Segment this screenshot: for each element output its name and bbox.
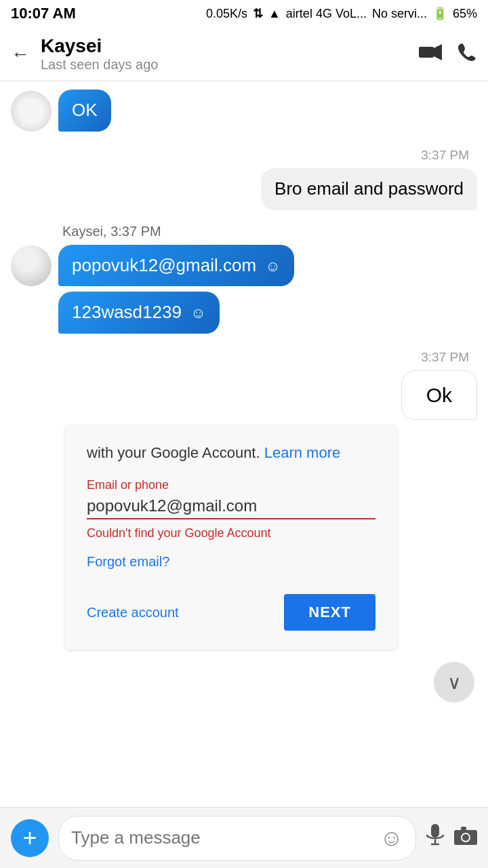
bubble-ok-right: Ok (401, 370, 477, 420)
message-row-ok-right: Ok (11, 370, 477, 420)
bubble-password: 123wasd1239 ☺ (58, 292, 220, 334)
bubble-col-password: 123wasd1239 ☺ (58, 292, 220, 334)
avatar-kaysei (11, 91, 52, 132)
contact-status: Last seen days ago (41, 57, 408, 73)
bubble-col-bro: Bro email and password (261, 168, 477, 210)
google-signin-card: with your Google Account. Learn more Ema… (65, 425, 397, 650)
time-ok-msg: 3:37 PM (11, 350, 469, 365)
emoji-button[interactable]: ☺ (380, 825, 403, 851)
chevron-down-icon: ∨ (447, 671, 462, 694)
message-row-ok: OK (11, 90, 477, 132)
bubble-col-ok: OK (58, 90, 111, 132)
video-call-icon[interactable] (419, 43, 442, 65)
scroll-down-button[interactable]: ∨ (434, 662, 474, 703)
carrier: airtel 4G VoL... (286, 7, 367, 21)
svg-rect-2 (431, 824, 439, 837)
next-button[interactable]: NEXT (284, 594, 375, 631)
email-field-label: Email or phone (87, 478, 375, 492)
forgot-email-link[interactable]: Forgot email? (87, 554, 375, 570)
bubble-bro: Bro email and password (261, 168, 477, 210)
google-actions: Create account NEXT (87, 594, 375, 631)
battery-icon: 🔋 (432, 6, 447, 21)
status-right: 0.05K/s ⇅ ▲ airtel 4G VoL... No servi...… (206, 6, 477, 21)
camera-button[interactable] (454, 826, 477, 850)
learn-more-link[interactable]: Learn more (264, 444, 341, 461)
time: 10:07 AM (11, 5, 76, 22)
svg-rect-8 (461, 827, 466, 831)
google-card-text: with your Google Account. (87, 444, 260, 461)
message-input-wrap: ☺ (58, 816, 416, 861)
no-service: No servi... (372, 7, 427, 21)
bubble-col-ok-right: Ok (401, 370, 477, 420)
bubble-ok-text: OK (72, 100, 98, 120)
status-bar: 10:07 AM 0.05K/s ⇅ ▲ airtel 4G VoL... No… (0, 0, 488, 27)
message-row-password: 123wasd1239 ☺ (58, 292, 477, 334)
bubble-ok: OK (58, 90, 111, 132)
google-email-input[interactable] (87, 496, 375, 519)
bubble-col-email: popovuk12@gmail.com ☺ (58, 245, 294, 287)
bubble-email-text: popovuk12@gmail.com (72, 255, 256, 275)
sender-info-kaysei: Kaysei, 3:37 PM (62, 224, 161, 239)
svg-point-7 (462, 834, 469, 841)
status-left: 10:07 AM (11, 5, 76, 22)
bubble-email: popovuk12@gmail.com ☺ (58, 245, 294, 287)
svg-rect-0 (419, 47, 434, 58)
bubble-ok-right-text: Ok (426, 384, 452, 406)
chat-header: ← Kaysei Last seen days ago (0, 27, 488, 81)
battery-percent: 65% (453, 7, 477, 21)
message-row-email: popovuk12@gmail.com ☺ (11, 245, 477, 287)
bubble-password-text: 123wasd1239 (72, 302, 182, 322)
plus-icon: + (22, 824, 37, 852)
microphone-button[interactable] (426, 824, 445, 852)
chat-area: OK 3:37 PM Bro email and password Kaysei… (0, 81, 488, 807)
signal-icon: ▲ (268, 7, 281, 21)
avatar-kaysei-2 (11, 245, 52, 286)
arrows-icon: ⇅ (253, 6, 263, 21)
contact-name: Kaysei (41, 35, 408, 57)
header-icons (419, 42, 477, 66)
emoji-smiley-2: ☺ (190, 304, 205, 321)
google-card-intro: with your Google Account. Learn more (87, 444, 375, 462)
create-account-link[interactable]: Create account (87, 605, 179, 620)
header-info: Kaysei Last seen days ago (41, 35, 408, 73)
phone-call-icon[interactable] (458, 42, 477, 66)
google-error-text: Couldn't find your Google Account (87, 526, 375, 540)
message-input[interactable] (71, 827, 374, 848)
svg-marker-1 (434, 44, 442, 60)
back-button[interactable]: ← (11, 43, 30, 65)
bubble-bro-text: Bro email and password (274, 178, 464, 199)
input-bar: + ☺ (0, 807, 488, 868)
add-button[interactable]: + (11, 819, 49, 857)
message-row-bro: Bro email and password (11, 168, 477, 210)
time-bro-msg: 3:37 PM (11, 148, 469, 163)
emoji-smiley-1: ☺ (265, 258, 280, 275)
data-speed: 0.05K/s (206, 7, 247, 21)
